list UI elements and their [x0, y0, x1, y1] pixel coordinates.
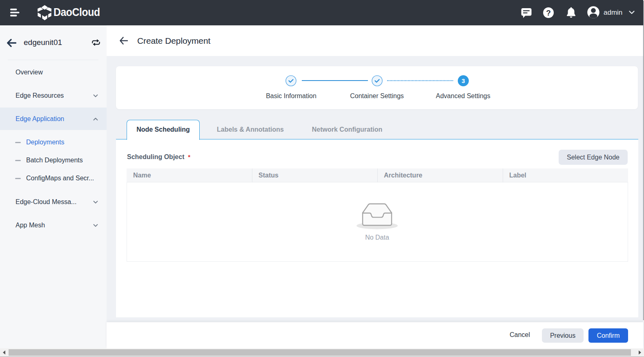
svg-text:?: ?	[546, 9, 551, 17]
